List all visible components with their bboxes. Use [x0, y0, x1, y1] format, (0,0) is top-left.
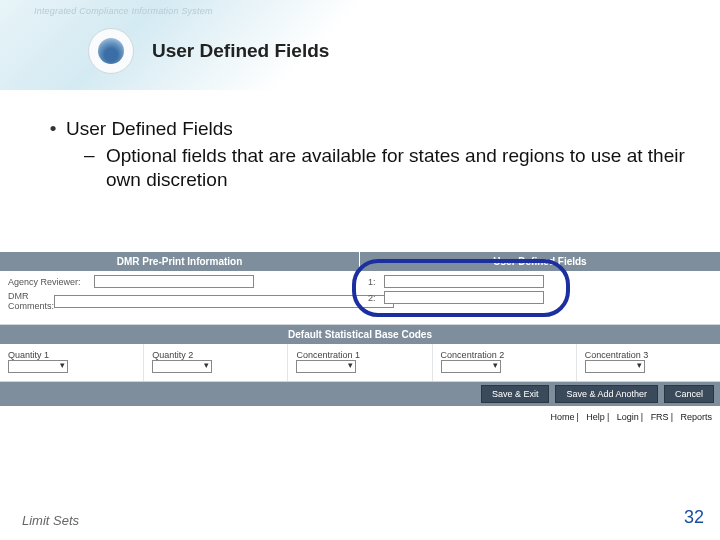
button-bar: Save & Exit Save & Add Another Cancel — [0, 382, 720, 406]
link-help[interactable]: Help — [586, 412, 605, 422]
bullet-icon: • — [40, 118, 66, 140]
col-q2: Quantity 2 — [144, 344, 288, 381]
col-c2: Concentration 2 — [433, 344, 577, 381]
screenshot-panel: DMR Pre-Print Information User Defined F… — [0, 252, 720, 422]
slide-title: User Defined Fields — [152, 40, 329, 62]
c3-select[interactable] — [585, 360, 645, 373]
save-add-button[interactable]: Save & Add Another — [555, 385, 658, 403]
preprint-body: Agency Reviewer: DMR Comments: — [0, 271, 360, 324]
dash-icon: – — [84, 144, 106, 166]
c2-label: Concentration 2 — [441, 350, 568, 360]
system-name: Integrated Compliance Information System — [34, 6, 213, 16]
c2-select[interactable] — [441, 360, 501, 373]
c1-select[interactable] — [296, 360, 356, 373]
link-home[interactable]: Home — [550, 412, 574, 422]
q2-label: Quantity 2 — [152, 350, 279, 360]
bullet-text: User Defined Fields — [66, 118, 233, 140]
col-c3: Concentration 3 — [577, 344, 720, 381]
q1-label: Quantity 1 — [8, 350, 135, 360]
q2-select[interactable] — [152, 360, 212, 373]
epa-logo — [88, 28, 134, 74]
save-exit-button[interactable]: Save & Exit — [481, 385, 550, 403]
preprint-header: DMR Pre-Print Information — [0, 252, 360, 271]
dmr-comments-input[interactable] — [54, 295, 394, 308]
stat-codes-header: Default Statistical Base Codes — [0, 325, 720, 344]
highlight-oval — [352, 259, 570, 317]
link-login[interactable]: Login — [617, 412, 639, 422]
link-reports[interactable]: Reports — [680, 412, 712, 422]
body-content: • User Defined Fields – Optional fields … — [40, 118, 700, 192]
link-frs[interactable]: FRS — [651, 412, 669, 422]
cancel-button[interactable]: Cancel — [664, 385, 714, 403]
agency-reviewer-label: Agency Reviewer: — [8, 277, 94, 287]
col-c1: Concentration 1 — [288, 344, 432, 381]
c1-label: Concentration 1 — [296, 350, 423, 360]
footer-links: Home| Help| Login| FRS| Reports — [0, 406, 720, 422]
sub-bullet-text: Optional fields that are available for s… — [106, 144, 696, 192]
udf-body: 1: 2: — [360, 271, 720, 324]
footer-section: Limit Sets — [22, 513, 79, 528]
dmr-comments-label: DMR Comments: — [8, 291, 54, 311]
col-q1: Quantity 1 — [0, 344, 144, 381]
agency-reviewer-input[interactable] — [94, 275, 254, 288]
c3-label: Concentration 3 — [585, 350, 712, 360]
q1-select[interactable] — [8, 360, 68, 373]
page-number: 32 — [684, 507, 704, 528]
